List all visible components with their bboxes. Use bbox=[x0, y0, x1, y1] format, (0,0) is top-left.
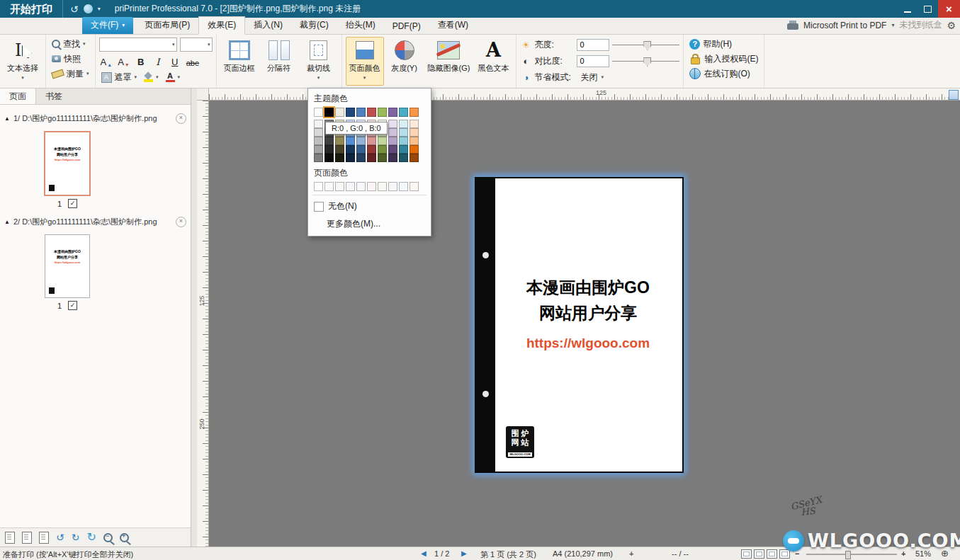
view-mode-multi-icon[interactable] bbox=[767, 549, 777, 559]
chevron-down-icon[interactable]: ▾ bbox=[98, 6, 101, 12]
tab-pdf[interactable]: PDF(P) bbox=[384, 19, 429, 34]
italic-button[interactable]: I bbox=[151, 55, 165, 67]
shrink-font-button[interactable]: A▼ bbox=[116, 55, 131, 67]
color-swatch[interactable] bbox=[410, 137, 419, 145]
underline-button[interactable]: U bbox=[168, 55, 182, 67]
color-swatch[interactable] bbox=[324, 108, 334, 117]
color-swatch[interactable] bbox=[314, 182, 323, 191]
color-swatch[interactable] bbox=[356, 145, 366, 154]
undo-icon[interactable]: ↺ bbox=[70, 4, 79, 15]
tab-insert[interactable]: 插入(N) bbox=[245, 17, 291, 34]
color-swatch[interactable] bbox=[399, 154, 408, 162]
color-swatch[interactable] bbox=[314, 108, 323, 117]
color-swatch[interactable] bbox=[346, 154, 355, 162]
insert-page-icon[interactable] bbox=[39, 532, 49, 544]
copy-page-icon[interactable] bbox=[22, 532, 32, 544]
color-swatch[interactable] bbox=[335, 154, 344, 162]
bold-button[interactable]: B bbox=[134, 55, 148, 67]
snapshot-button[interactable]: 快照 bbox=[50, 52, 91, 66]
app-menu-icon[interactable] bbox=[84, 4, 93, 13]
color-swatch[interactable] bbox=[410, 145, 419, 154]
color-swatch[interactable] bbox=[314, 145, 323, 154]
color-swatch[interactable] bbox=[324, 145, 334, 154]
color-swatch[interactable] bbox=[314, 128, 323, 137]
minimize-button[interactable] bbox=[897, 0, 917, 18]
color-swatch[interactable] bbox=[335, 145, 344, 154]
tab-file[interactable]: 文件(F) ▾ bbox=[82, 17, 133, 34]
collapse-icon[interactable]: ▲ bbox=[4, 115, 10, 122]
mask-button[interactable]: 遮罩 ▾ bbox=[99, 70, 140, 84]
pan-tool-icon[interactable]: + bbox=[629, 549, 633, 558]
view-mode-single-icon[interactable] bbox=[741, 549, 752, 559]
license-button[interactable]: 输入授权码(E) bbox=[687, 52, 760, 66]
page-thumbnail[interactable]: 本漫画由围炉GO网站用户分享 https://wlgooo.com bbox=[44, 131, 91, 196]
color-swatch[interactable] bbox=[367, 182, 376, 191]
collapse-icon[interactable]: ▲ bbox=[4, 219, 10, 225]
color-swatch[interactable] bbox=[410, 120, 419, 128]
color-swatch[interactable] bbox=[356, 182, 366, 191]
color-swatch[interactable] bbox=[388, 182, 397, 191]
rotate-right-icon[interactable]: ↻ bbox=[72, 532, 80, 542]
highlight-button[interactable]: ▾ bbox=[142, 70, 161, 84]
crop-line-button[interactable]: 裁切线 ▾ bbox=[300, 37, 338, 86]
color-swatch[interactable] bbox=[314, 154, 323, 162]
rotate-left-icon[interactable]: ↺ bbox=[56, 532, 64, 542]
zoom-out-icon[interactable] bbox=[103, 533, 113, 542]
zoom-in-icon[interactable] bbox=[120, 533, 129, 542]
font-name-select[interactable]: ▾ bbox=[99, 38, 177, 52]
find-button[interactable]: 查找 ▾ bbox=[50, 37, 91, 51]
color-swatch[interactable] bbox=[399, 137, 408, 145]
slider-thumb[interactable] bbox=[643, 57, 651, 67]
sidebar-tab-bookmarks[interactable]: 书签 bbox=[36, 88, 72, 104]
more-colors-option[interactable]: 更多颜色(M)... bbox=[308, 215, 431, 233]
help-button[interactable]: 帮助(H) bbox=[687, 37, 760, 51]
font-size-select[interactable]: ▾ bbox=[180, 38, 213, 52]
color-swatch[interactable] bbox=[367, 145, 376, 154]
color-swatch[interactable] bbox=[346, 108, 355, 117]
zoom-slider-thumb[interactable] bbox=[845, 551, 851, 559]
slider-thumb[interactable] bbox=[643, 41, 651, 50]
color-swatch[interactable] bbox=[410, 128, 419, 137]
gear-icon[interactable]: ⚙ bbox=[947, 20, 956, 31]
color-swatch[interactable] bbox=[367, 154, 376, 162]
color-swatch[interactable] bbox=[399, 128, 408, 137]
page-checkbox[interactable]: ✓ bbox=[68, 301, 77, 310]
close-button[interactable]: × bbox=[938, 0, 960, 18]
color-swatch[interactable] bbox=[356, 154, 366, 162]
grayscale-button[interactable]: 灰度(Y) bbox=[385, 37, 424, 86]
color-swatch[interactable] bbox=[399, 108, 408, 117]
color-swatch[interactable] bbox=[335, 137, 344, 145]
page-thumbnail[interactable]: 本漫画由围炉GO网站用户分享 https://wlgooo.com bbox=[45, 234, 90, 298]
tab-effects[interactable]: 效果(E) bbox=[198, 16, 245, 35]
tab-page-layout[interactable]: 页面布局(P) bbox=[136, 17, 198, 34]
color-swatch[interactable] bbox=[410, 182, 419, 191]
color-swatch[interactable] bbox=[335, 108, 344, 117]
prev-page-button[interactable]: ◀ bbox=[421, 549, 427, 557]
color-swatch[interactable] bbox=[324, 137, 334, 145]
color-swatch[interactable] bbox=[378, 137, 387, 145]
ruler-settings-icon[interactable] bbox=[949, 90, 959, 100]
black-text-button[interactable]: 黑色文本 bbox=[474, 37, 512, 86]
save-mode-select[interactable]: 关闭 ▾ bbox=[577, 70, 607, 85]
grow-font-button[interactable]: A▲ bbox=[99, 55, 114, 67]
tab-crop[interactable]: 裁剪(C) bbox=[291, 17, 337, 34]
color-swatch[interactable] bbox=[346, 145, 355, 154]
hide-images-button[interactable]: 隐藏图像(G) bbox=[425, 37, 473, 86]
sidebar-tab-pages[interactable]: 页面 bbox=[0, 88, 36, 104]
measure-button[interactable]: 测量 ▾ bbox=[50, 67, 91, 81]
color-swatch[interactable] bbox=[346, 137, 355, 145]
brightness-input[interactable] bbox=[577, 39, 609, 51]
next-page-button[interactable]: ▶ bbox=[461, 549, 467, 557]
text-select-button[interactable]: 文本选择 ▾ bbox=[4, 37, 42, 83]
color-swatch[interactable] bbox=[378, 154, 387, 162]
color-swatch[interactable] bbox=[314, 137, 323, 145]
tab-header[interactable]: 抬头(M) bbox=[337, 17, 384, 34]
color-swatch[interactable] bbox=[367, 137, 376, 145]
page-color-button[interactable]: 页面颜色 ▾ bbox=[346, 37, 384, 86]
close-icon[interactable]: × bbox=[176, 113, 186, 124]
brightness-slider[interactable] bbox=[612, 40, 679, 50]
zoom-slider[interactable] bbox=[806, 554, 897, 555]
color-swatch[interactable] bbox=[388, 137, 397, 145]
tab-view[interactable]: 查看(W) bbox=[429, 17, 477, 34]
page-border-button[interactable]: 页面边框 bbox=[220, 37, 259, 86]
